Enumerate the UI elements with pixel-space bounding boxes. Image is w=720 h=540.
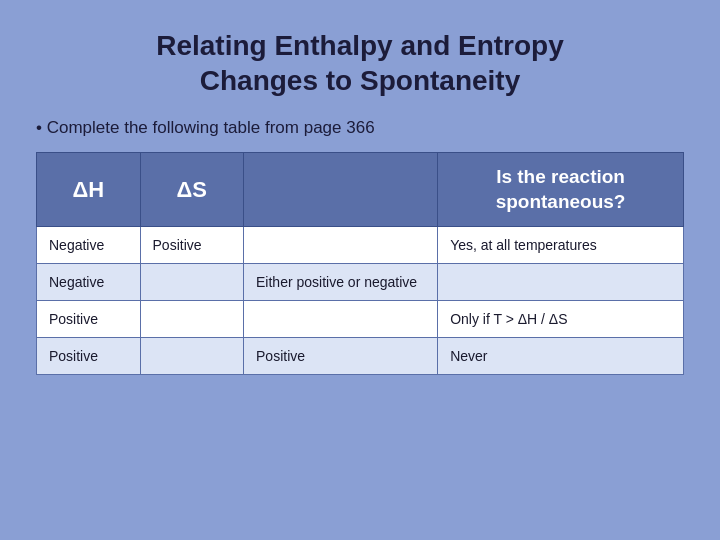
table-wrapper: ΔH ΔS Is the reaction spontaneous? Negat… [36, 152, 684, 520]
header-middle [244, 153, 438, 227]
table-row: Negative Positive Yes, at all temperatur… [37, 227, 684, 264]
row3-dS [140, 301, 244, 338]
header-dS: ΔS [140, 153, 244, 227]
row4-spont: Never [438, 338, 684, 375]
slide-subtitle: • Complete the following table from page… [36, 118, 684, 138]
header-dH: ΔH [37, 153, 141, 227]
row3-middle [244, 301, 438, 338]
row4-dH: Positive [37, 338, 141, 375]
row1-dS: Positive [140, 227, 244, 264]
table-row: Positive Positive Never [37, 338, 684, 375]
slide-title: Relating Enthalpy and Entropy Changes to… [36, 28, 684, 98]
content-table: ΔH ΔS Is the reaction spontaneous? Negat… [36, 152, 684, 375]
header-spontaneous: Is the reaction spontaneous? [438, 153, 684, 227]
row3-spont: Only if T > ΔH / ΔS [438, 301, 684, 338]
table-row: Negative Either positive or negative [37, 264, 684, 301]
row4-middle: Positive [244, 338, 438, 375]
row2-dS [140, 264, 244, 301]
table-row: Positive Only if T > ΔH / ΔS [37, 301, 684, 338]
row4-dS [140, 338, 244, 375]
title-block: Relating Enthalpy and Entropy Changes to… [36, 28, 684, 98]
row2-middle: Either positive or negative [244, 264, 438, 301]
row3-dH: Positive [37, 301, 141, 338]
slide-container: Relating Enthalpy and Entropy Changes to… [0, 0, 720, 540]
row2-dH: Negative [37, 264, 141, 301]
row2-spont [438, 264, 684, 301]
row1-middle [244, 227, 438, 264]
row1-spont: Yes, at all temperatures [438, 227, 684, 264]
row1-dH: Negative [37, 227, 141, 264]
